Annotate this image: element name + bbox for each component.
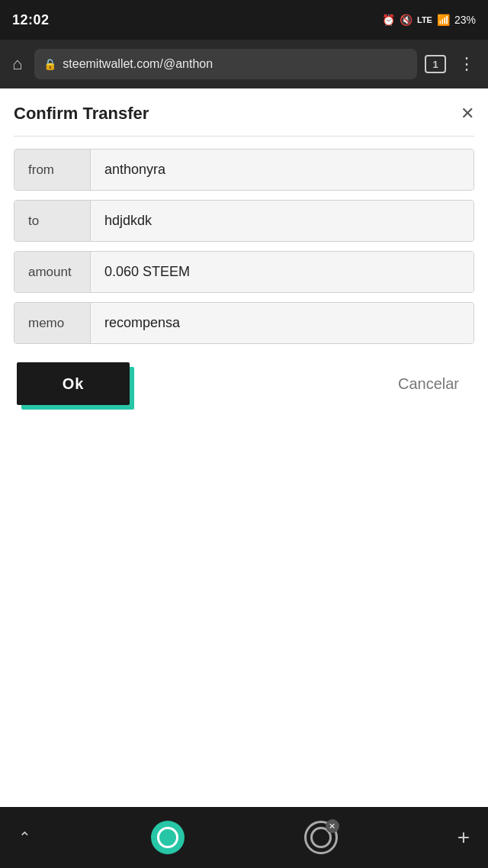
browser-bar: ⌂ 🔒 steemitwallet.com/@anthon 1 ⋮ xyxy=(0,40,488,88)
browser-icon-button[interactable] xyxy=(151,821,185,854)
battery-text: 23% xyxy=(454,14,476,26)
lte-icon: LTE xyxy=(417,15,432,24)
divider xyxy=(14,136,474,137)
close-button[interactable]: ✕ xyxy=(461,105,474,122)
dialog-header: Confirm Transfer ✕ xyxy=(14,104,474,124)
lock-icon: 🔒 xyxy=(43,58,56,70)
amount-row: amount 0.060 STEEM xyxy=(14,251,474,293)
tab-icon-wrapper: ✕ xyxy=(304,821,338,854)
memo-row: memo recompensa xyxy=(14,302,474,344)
dialog-title: Confirm Transfer xyxy=(14,104,149,124)
bottom-nav-bar: ⌃ ✕ + xyxy=(0,807,488,868)
from-label: from xyxy=(14,149,91,190)
from-value: anthonyra xyxy=(91,149,474,190)
browser-menu-button[interactable]: ⋮ xyxy=(454,50,480,79)
to-label: to xyxy=(14,201,91,241)
amount-label: amount xyxy=(14,252,91,292)
browser-icon-inner xyxy=(157,827,178,848)
browser-icon xyxy=(151,821,185,854)
empty-area xyxy=(0,420,488,695)
url-bar[interactable]: 🔒 steemitwallet.com/@anthon xyxy=(34,49,417,79)
amount-value: 0.060 STEEM xyxy=(91,252,474,292)
new-tab-button[interactable]: + xyxy=(458,825,470,850)
close-badge: ✕ xyxy=(326,819,339,833)
status-bar: 12:02 ⏰ 🔇 LTE 📶 23% xyxy=(0,0,488,40)
to-value: hdjdkdk xyxy=(91,201,474,241)
cancel-button[interactable]: Cancelar xyxy=(386,369,471,399)
status-icons: ⏰ 🔇 LTE 📶 23% xyxy=(382,14,476,26)
button-row: Ok Cancelar xyxy=(14,362,474,405)
memo-label: memo xyxy=(14,303,91,343)
mute-icon: 🔇 xyxy=(400,14,413,26)
url-text: steemitwallet.com/@anthon xyxy=(63,57,408,71)
status-time: 12:02 xyxy=(12,12,50,28)
home-button[interactable]: ⌂ xyxy=(8,50,27,79)
tab-icon-button[interactable]: ✕ xyxy=(304,821,338,854)
tab-count-button[interactable]: 1 xyxy=(425,55,446,73)
memo-value: recompensa xyxy=(91,303,474,343)
from-row: from anthonyra xyxy=(14,149,474,191)
back-button[interactable]: ⌃ xyxy=(18,828,31,847)
ok-button-wrapper: Ok xyxy=(17,362,130,405)
signal-icon: 📶 xyxy=(437,14,450,26)
main-content: Confirm Transfer ✕ from anthonyra to hdj… xyxy=(0,88,488,420)
ok-button[interactable]: Ok xyxy=(17,362,130,405)
alarm-icon: ⏰ xyxy=(382,14,395,26)
to-row: to hdjdkdk xyxy=(14,200,474,242)
